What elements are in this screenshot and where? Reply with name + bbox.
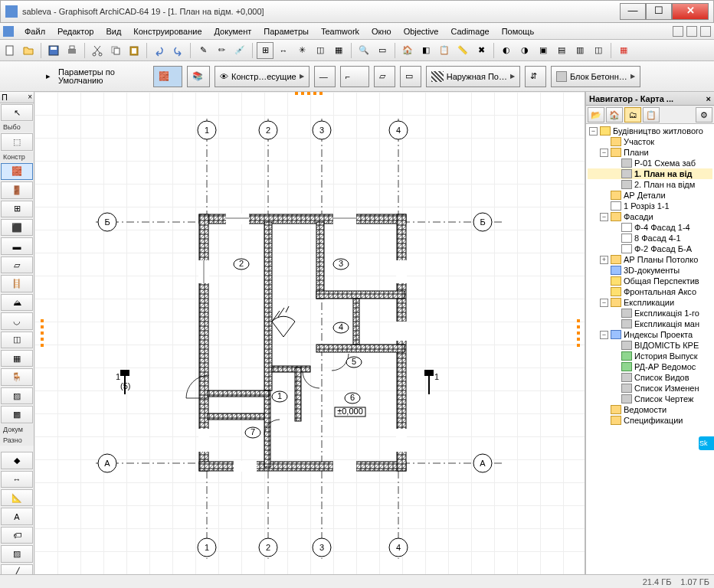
tree-item[interactable]: 2. План на відм	[588, 179, 712, 190]
menu-помощь[interactable]: Помощь	[496, 24, 541, 38]
tree-item[interactable]: 3D-документы	[588, 265, 712, 276]
navigator-close-icon[interactable]: ×	[706, 94, 711, 103]
menu-конструирование[interactable]: Конструирование	[127, 24, 208, 38]
redo-icon[interactable]	[169, 42, 186, 59]
dim3-icon[interactable]: ◫	[312, 42, 329, 59]
tree-item[interactable]: Експликація 1-го	[588, 308, 712, 318]
arrow-tool[interactable]: ↖	[1, 104, 33, 121]
stair-tool[interactable]: 🪜	[1, 275, 33, 292]
mesh-tool[interactable]: ▩	[1, 406, 33, 423]
zoom-icon[interactable]: 🔍	[355, 42, 372, 59]
snap-icon[interactable]: ✖	[473, 42, 490, 59]
text-tool[interactable]: A	[1, 508, 33, 524]
save-icon[interactable]	[45, 42, 62, 59]
tree-item[interactable]: +АР Планы Потолко	[588, 254, 712, 265]
dim4-icon[interactable]: ▦	[330, 42, 347, 59]
tree-item[interactable]: Ф-2 Фасад Б-А	[588, 243, 712, 254]
skype-badge[interactable]: Sk	[699, 436, 714, 450]
tree-item[interactable]: Р-01 Схема заб	[588, 158, 712, 168]
tree-item[interactable]: РД-АР Ведомос	[588, 361, 712, 372]
extra4-icon[interactable]: ▤	[553, 42, 570, 59]
tree-item[interactable]: Експликація ман	[588, 318, 712, 329]
tree-item[interactable]: −Плани	[588, 147, 712, 158]
column-tool[interactable]: ⬛	[1, 219, 33, 236]
shell-tool[interactable]: ◡	[1, 312, 33, 329]
menu-файл[interactable]: Файл	[18, 24, 51, 38]
wall-tool[interactable]: 🧱	[1, 163, 33, 180]
tree-toggle-icon[interactable]: −	[600, 331, 608, 339]
geom2-button[interactable]: ⌐	[340, 66, 369, 87]
curtain-tool[interactable]: ▦	[1, 350, 33, 367]
copy-icon[interactable]	[107, 42, 124, 59]
label-tool[interactable]: 🏷	[1, 527, 33, 544]
tree-item[interactable]: Спецификации	[588, 415, 712, 426]
layers-icon[interactable]: 📋	[436, 42, 453, 59]
wall-mode-button[interactable]: 🧱	[153, 66, 182, 87]
tree-item[interactable]: −Индексы Проекта	[588, 329, 712, 340]
tree-item[interactable]: АР Детали	[588, 190, 712, 201]
pencil-icon[interactable]: ✏	[213, 42, 230, 59]
tree-item[interactable]: 1. План на від	[588, 168, 712, 179]
tree-item[interactable]: Ф-4 Фасад 1-4	[588, 222, 712, 233]
extra1-icon[interactable]: ◐	[498, 42, 515, 59]
app-menu-icon[interactable]	[3, 26, 14, 37]
menu-документ[interactable]: Документ	[208, 24, 258, 38]
panel-close-icon[interactable]: ×	[28, 93, 32, 101]
extra6-icon[interactable]: ◫	[590, 42, 607, 59]
extra3-icon[interactable]: ▣	[535, 42, 552, 59]
tree-item[interactable]: Участок	[588, 136, 712, 147]
tree-item[interactable]: 1 Розріз 1-1	[588, 201, 712, 211]
level-tool[interactable]: 📐	[1, 489, 33, 506]
menu-cadimage[interactable]: Cadimage	[444, 24, 495, 38]
tree-item[interactable]: 8 Фасад 4-1	[588, 233, 712, 243]
morph-tool[interactable]: ◆	[1, 452, 33, 469]
undo-icon[interactable]	[151, 42, 168, 59]
mdi-close-icon[interactable]	[700, 26, 711, 37]
tree-item[interactable]: −Будівництво житлового	[588, 126, 712, 136]
window-tool[interactable]: ⊞	[1, 201, 33, 217]
tree-toggle-icon[interactable]: −	[600, 213, 608, 221]
nav-tab-view[interactable]: 🏠	[606, 107, 623, 122]
menu-окно[interactable]: Окно	[365, 24, 398, 38]
tree-item[interactable]: История Выпуск	[588, 351, 712, 361]
height-button[interactable]: ⇵	[525, 66, 546, 87]
extra2-icon[interactable]: ◑	[516, 42, 533, 59]
new-file-icon[interactable]	[2, 42, 18, 59]
slab-tool[interactable]: ▱	[1, 256, 33, 273]
drawing-canvas[interactable]: 1234 1234 Б Б А А	[34, 92, 585, 582]
beam-tool[interactable]: ▬	[1, 237, 33, 254]
wall-type-dropdown[interactable]: Наружная По… ▶	[426, 66, 520, 87]
skylight-tool[interactable]: ◫	[1, 332, 33, 348]
geom3-button[interactable]: ▱	[374, 66, 395, 87]
menu-objective[interactable]: Objective	[398, 24, 445, 38]
tree-toggle-icon[interactable]: −	[589, 127, 598, 136]
wand-icon[interactable]: ✎	[195, 42, 211, 59]
section-icon[interactable]: ◧	[418, 42, 434, 59]
marquee-icon[interactable]: ▭	[374, 42, 391, 59]
paste-icon[interactable]	[126, 42, 142, 59]
object-tool[interactable]: 🪑	[1, 368, 33, 385]
favorites-icon[interactable]: ▦	[615, 42, 632, 59]
zone-tool[interactable]: ▨	[1, 387, 33, 404]
door-tool[interactable]: 🚪	[1, 181, 33, 198]
minimize-button[interactable]: —	[620, 3, 646, 20]
default-params-icon[interactable]: ▸	[41, 68, 55, 85]
geom1-button[interactable]: —	[314, 66, 336, 87]
eyedropper-icon[interactable]: 💉	[231, 42, 248, 59]
tree-item[interactable]: Фронтальная Аксо	[588, 286, 712, 297]
layer-dropdown[interactable]: 👁 Констр…есущие ▶	[215, 66, 310, 87]
marquee-tool[interactable]: ⬚	[1, 133, 33, 150]
tree-item[interactable]: ВІДОМІСТЬ КРЕ	[588, 340, 712, 351]
fill-tool[interactable]: ▨	[1, 545, 33, 562]
maximize-button[interactable]: ☐	[646, 3, 672, 20]
layer-stack-button[interactable]: 📚	[187, 66, 210, 87]
view3d-icon[interactable]: 🏠	[399, 42, 416, 59]
nav-tab-project[interactable]: 📂	[588, 107, 604, 122]
extra5-icon[interactable]: ▥	[572, 42, 588, 59]
cut-icon[interactable]	[89, 42, 106, 59]
tree-toggle-icon[interactable]: +	[600, 256, 608, 264]
open-file-icon[interactable]	[20, 42, 37, 59]
mdi-restore-icon[interactable]	[686, 26, 697, 37]
menu-вид[interactable]: Вид	[100, 24, 127, 38]
tree-toggle-icon[interactable]: −	[600, 149, 608, 157]
